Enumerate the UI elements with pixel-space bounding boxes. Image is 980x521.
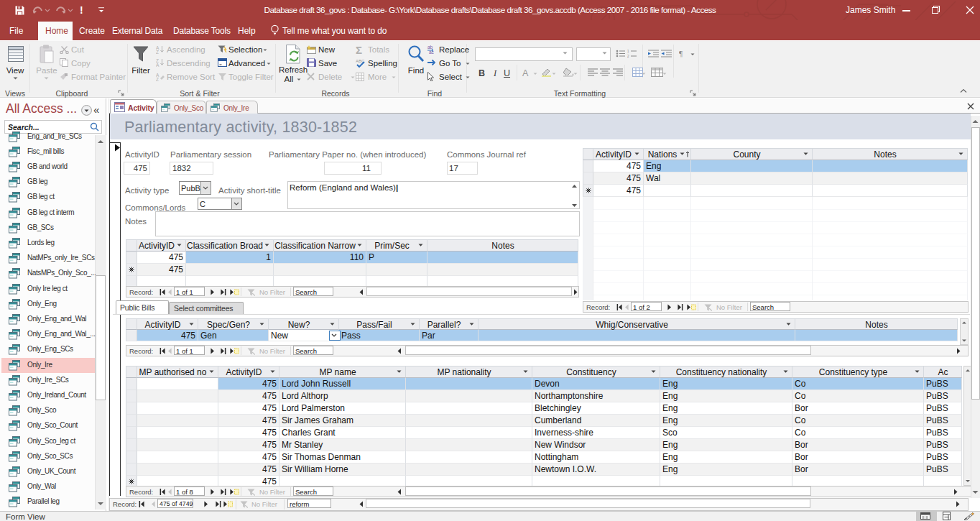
svg-text:¶: ¶ [679, 49, 683, 57]
svg-text:A: A [156, 63, 160, 67]
svg-text:Z: Z [156, 50, 159, 54]
svg-text:Z: Z [156, 77, 159, 81]
svg-text:1: 1 [627, 50, 629, 53]
svg-text:ac: ac [429, 50, 435, 54]
svg-text:2: 2 [627, 55, 629, 57]
